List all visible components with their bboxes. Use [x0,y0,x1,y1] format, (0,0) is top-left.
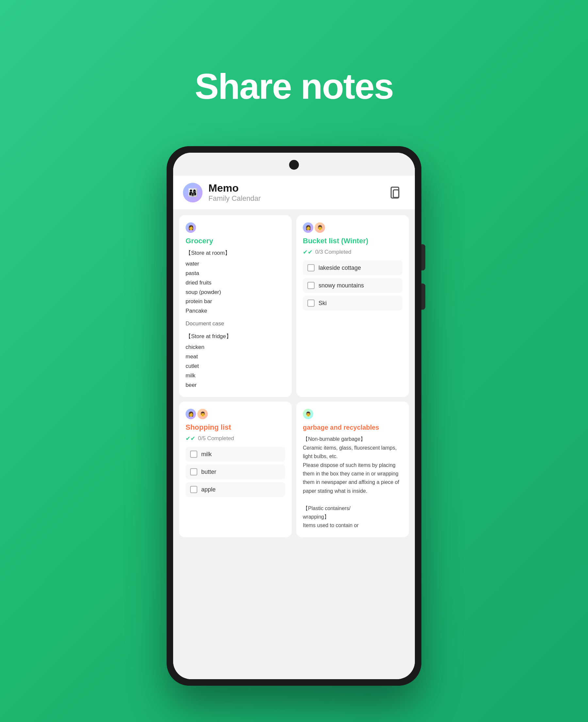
checkbox[interactable] [190,486,197,493]
checkbox[interactable] [308,264,315,272]
phone-frame: 👨‍👩‍👧 Memo Family Calendar [167,146,421,686]
header-text-group: Memo Family Calendar [208,182,261,203]
double-check-icon: ✔✔ [303,248,313,256]
note-card-bucket-list[interactable]: 👩 👨 Bucket list (Winter) ✔✔ 0/3 Complete… [296,215,409,397]
checkbox[interactable] [308,282,315,289]
list-item[interactable]: lakeside cottage [303,260,402,275]
note-body-garbage: 【Non-burnable garbage】 Ceramic items, gl… [303,435,402,530]
app-name: Memo [208,182,261,194]
avatar-c: 👨 [303,409,313,419]
note-card-garbage[interactable]: 👨 garbage and recyclables 【Non-burnable … [296,402,409,537]
list-item[interactable]: milk [186,447,285,462]
note-card-shopping[interactable]: 👩 👨 Shopping list ✔✔ 0/5 Completed milk [179,402,292,537]
avatar-b: 👨 [315,222,325,233]
avatar-a: 👩 [186,222,196,233]
note-avatars-shopping: 👩 👨 [186,409,285,419]
checkbox[interactable] [190,450,197,458]
note-card-grocery[interactable]: 👩 Grocery 【Store at room】 water pasta dr… [179,215,292,397]
avatar-a: 👩 [186,409,196,419]
phone-screen: 👨‍👩‍👧 Memo Family Calendar [173,153,415,679]
note-avatars: 👩 [186,222,285,233]
note-avatars-garbage: 👨 [303,409,402,419]
header-left: 👨‍👩‍👧 Memo Family Calendar [183,182,261,203]
checklist-status-shopping: ✔✔ 0/5 Completed [186,435,285,442]
list-item[interactable]: snowy mountains [303,278,402,293]
note-body: 【Store at room】 water pasta dried fruits… [186,248,285,390]
list-item[interactable]: apple [186,482,285,497]
avatar-b: 👨 [197,409,208,419]
checklist-status: ✔✔ 0/3 Completed [303,248,402,256]
avatar-a: 👩 [303,222,313,233]
note-title: Grocery [186,237,285,245]
note-title-bucket: Bucket list (Winter) [303,237,402,245]
svg-rect-1 [393,190,399,197]
avatar: 👨‍👩‍👧 [183,183,203,202]
notes-grid: 👩 Grocery 【Store at room】 water pasta dr… [173,209,415,543]
double-check-icon: ✔✔ [186,435,195,442]
list-item[interactable]: Ski [303,296,402,310]
note-avatars-bucket: 👩 👨 [303,222,402,233]
note-title-shopping: Shopping list [186,423,285,432]
app-content: 👨‍👩‍👧 Memo Family Calendar [173,153,415,679]
app-subtitle: Family Calendar [208,194,261,203]
page-title: Share notes [195,65,393,107]
app-header: 👨‍👩‍👧 Memo Family Calendar [173,176,415,209]
note-title-garbage: garbage and recyclables [303,423,402,432]
list-item[interactable]: butter [186,464,285,479]
camera-hole [289,160,299,170]
share-icon[interactable] [386,184,403,201]
checkbox[interactable] [308,300,315,307]
checkbox[interactable] [190,468,197,476]
